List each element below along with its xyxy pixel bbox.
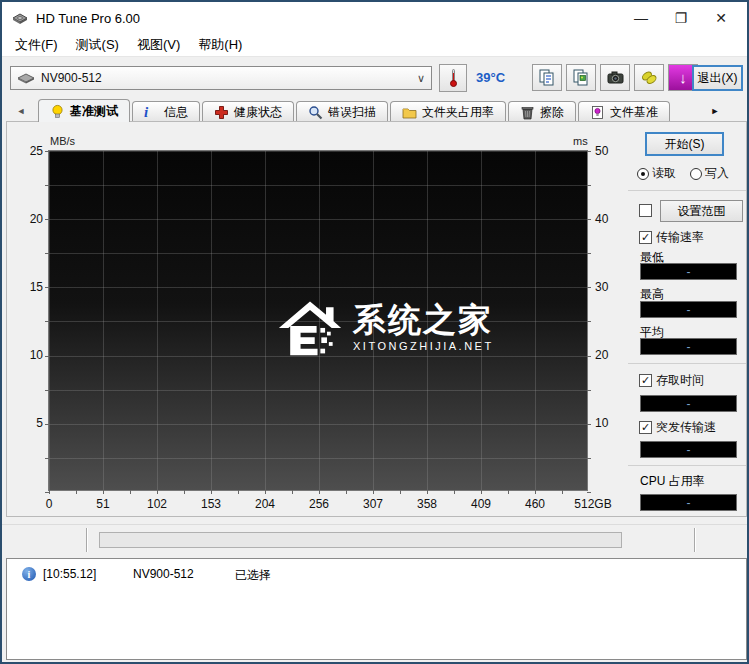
tab-strip: ◄ 基准测试 i 信息 健康状态 xyxy=(2,97,747,122)
left-axis-ticks xyxy=(45,151,49,493)
log-panel[interactable]: i [10:55.12] NV900-512 已选择 xyxy=(6,558,747,660)
xtick: 102 xyxy=(134,497,180,511)
info-icon: i xyxy=(144,105,159,120)
access-time-checkbox[interactable]: ✓ 存取时间 xyxy=(639,372,704,389)
xtick: 204 xyxy=(242,497,288,511)
right-axis-ticks xyxy=(587,151,591,493)
menu-help[interactable]: 帮助(H) xyxy=(189,34,251,56)
set-range-button[interactable]: 设置范围 xyxy=(660,200,743,222)
copy-image-button[interactable] xyxy=(566,64,596,91)
checkmark-icon: ✓ xyxy=(639,421,652,434)
house-logo-icon xyxy=(277,297,343,357)
xtick: 153 xyxy=(188,497,234,511)
tab-file-benchmark[interactable]: 文件基准 xyxy=(578,101,670,122)
ytick-right: 20 xyxy=(595,348,617,362)
xtick: 460 xyxy=(512,497,558,511)
min-value: - xyxy=(640,263,737,280)
maximize-button[interactable]: ❐ xyxy=(661,2,701,34)
radio-unselected-icon xyxy=(690,168,702,180)
tab-benchmark[interactable]: 基准测试 xyxy=(38,99,130,122)
write-radio[interactable]: 写入 xyxy=(690,165,729,182)
menu-test[interactable]: 测试(S) xyxy=(67,34,128,56)
app-disk-icon xyxy=(12,10,28,26)
divider xyxy=(628,363,746,364)
watermark: 系统之家 XITONGZHIJIA.NET xyxy=(277,297,494,357)
burst-rate-value: - xyxy=(640,441,737,458)
divider xyxy=(628,190,746,191)
right-axis-unit: ms xyxy=(573,135,588,147)
watermark-subtitle: XITONGZHIJIA.NET xyxy=(353,340,494,352)
range-checkbox[interactable] xyxy=(639,204,652,217)
screenshot-button[interactable] xyxy=(600,64,630,91)
minimize-button[interactable]: — xyxy=(621,2,661,34)
cpu-usage-label: CPU 占用率 xyxy=(640,473,705,490)
cpu-usage-value: - xyxy=(640,494,737,511)
side-panel: 开始(S) 读取 写入 设置范围 ✓ 传输速率 最低 - 最高 - 平均 - xyxy=(622,122,749,517)
device-selector[interactable]: NV900-512 ∨ xyxy=(10,66,432,90)
window-title: HD Tune Pro 6.00 xyxy=(36,11,140,26)
checkmark-icon: ✓ xyxy=(639,374,652,387)
bottom-axis-ticks xyxy=(49,490,589,494)
exit-button[interactable]: 退出(X) xyxy=(692,65,743,91)
benchmark-chart: 25 20 15 10 5 50 40 30 20 10 0 51 102 15… xyxy=(48,150,588,491)
tab-folder-usage[interactable]: 文件夹占用率 xyxy=(390,101,506,122)
ytick-right: 30 xyxy=(595,280,617,294)
camera-icon xyxy=(606,68,625,87)
xtick: 409 xyxy=(458,497,504,511)
ytick-left: 10 xyxy=(21,348,43,362)
acoustic-button[interactable] xyxy=(634,64,664,91)
menu-file[interactable]: 文件(F) xyxy=(6,34,67,56)
menu-bar: 文件(F) 测试(S) 视图(V) 帮助(H) xyxy=(2,34,747,56)
ytick-left: 5 xyxy=(21,416,43,430)
toolbar: NV900-512 ∨ 39°C xyxy=(2,56,747,97)
title-bar: HD Tune Pro 6.00 — ❐ ✕ xyxy=(2,2,747,34)
copy-text-button[interactable] xyxy=(532,64,562,91)
ytick-left: 20 xyxy=(21,212,43,226)
xtick: 256 xyxy=(296,497,342,511)
left-axis-unit: MB/s xyxy=(50,135,75,147)
down-arrow-icon: ↓ xyxy=(679,70,687,85)
ytick-right: 10 xyxy=(595,416,617,430)
radio-selected-icon xyxy=(637,168,649,180)
tab-scroll-left-icon[interactable]: ◄ xyxy=(10,101,32,120)
device-name: NV900-512 xyxy=(41,71,102,85)
close-button[interactable]: ✕ xyxy=(701,2,741,34)
tab-health[interactable]: 健康状态 xyxy=(202,101,294,122)
ytick-left: 25 xyxy=(21,144,43,158)
divider xyxy=(628,465,746,466)
menu-view[interactable]: 视图(V) xyxy=(128,34,189,56)
temperature-button[interactable] xyxy=(439,64,467,92)
read-radio[interactable]: 读取 xyxy=(637,165,676,182)
disk-icon xyxy=(17,72,35,84)
xtick: 358 xyxy=(404,497,450,511)
tab-scroll-right-icon[interactable]: ► xyxy=(704,101,726,120)
watermark-title: 系统之家 xyxy=(353,303,494,336)
access-time-value: - xyxy=(640,395,737,412)
xtick: 307 xyxy=(350,497,396,511)
hd-tune-window: HD Tune Pro 6.00 — ❐ ✕ 文件(F) 测试(S) 视图(V)… xyxy=(0,0,749,664)
transfer-rate-checkbox[interactable]: ✓ 传输速率 xyxy=(639,229,704,246)
trash-icon xyxy=(520,105,535,120)
separator xyxy=(694,528,695,552)
log-message: 已选择 xyxy=(235,567,271,584)
log-entry[interactable]: i [10:55.12] NV900-512 已选择 xyxy=(7,567,746,583)
file-benchmark-icon xyxy=(590,105,605,120)
thermometer-icon xyxy=(450,69,457,87)
magnifier-icon xyxy=(308,105,323,120)
separator xyxy=(86,528,87,552)
tab-info[interactable]: i 信息 xyxy=(132,101,200,122)
tab-error-scan[interactable]: 错误扫描 xyxy=(296,101,388,122)
log-device: NV900-512 xyxy=(133,567,194,581)
ytick-right: 40 xyxy=(595,212,617,226)
tab-erase[interactable]: 擦除 xyxy=(508,101,576,122)
ytick-left: 15 xyxy=(21,280,43,294)
progress-bar xyxy=(99,532,622,548)
folder-icon xyxy=(402,105,417,120)
max-value: - xyxy=(640,301,737,318)
log-time: [10:55.12] xyxy=(43,567,96,581)
checkmark-icon: ✓ xyxy=(639,231,652,244)
start-button[interactable]: 开始(S) xyxy=(645,132,724,156)
burst-rate-checkbox[interactable]: ✓ 突发传输速 xyxy=(639,419,716,436)
chevron-down-icon[interactable]: ∨ xyxy=(417,72,425,85)
xtick: 512GB xyxy=(570,497,616,511)
